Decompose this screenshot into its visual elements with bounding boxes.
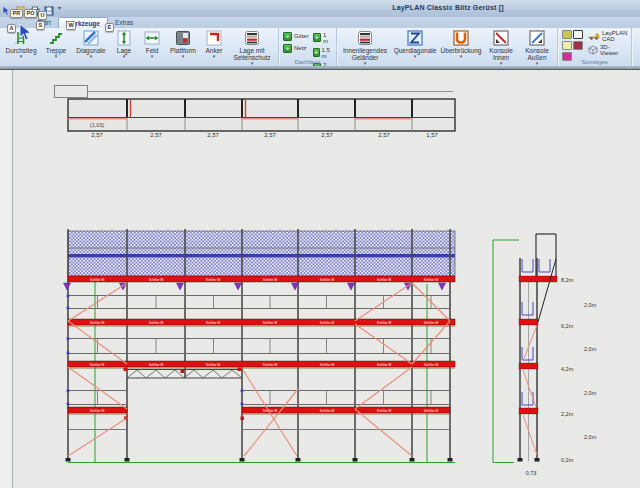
z-brace-icon xyxy=(407,29,423,47)
guardrails-level-3[interactable] xyxy=(69,296,449,309)
dropdown-caret-icon[interactable]: ▾ xyxy=(213,54,216,58)
white-swatch-icon[interactable] xyxy=(573,30,583,39)
deck-level-4[interactable]: SchGer MSchGer M SchGer MSchGer M SchGer… xyxy=(68,276,455,282)
left-margin-strip xyxy=(0,70,12,488)
cube-icon xyxy=(588,45,598,56)
spacing-label: 2,0m xyxy=(584,390,597,396)
dropdown-caret-icon[interactable]: ▾ xyxy=(536,61,539,65)
elevation-view[interactable]: SchGer MSchGer M SchGer MSchGer M SchGer… xyxy=(64,229,456,463)
dropdown-caret-icon[interactable]: ▾ xyxy=(500,61,503,65)
svg-text:SchGer M: SchGer M xyxy=(424,409,439,413)
spacing-label: 2,0m xyxy=(584,434,597,440)
innenliegendes-gelaender-button[interactable]: Innenliegendes Geländer▾ xyxy=(340,29,390,65)
title-bar: ▾ LayPLAN Classic Blitz Gerüst [] xyxy=(0,0,640,18)
svg-text:SchGer M: SchGer M xyxy=(424,363,439,367)
lage-mit-seitenschutz-button[interactable]: Lage mit Seitenschutz▾ xyxy=(229,29,275,65)
deck-level-3[interactable]: SchGer MSchGer M SchGer MSchGer M SchGer… xyxy=(68,319,455,326)
dropdown-caret-icon[interactable]: ▾ xyxy=(90,54,93,58)
svg-text:SchGer M: SchGer M xyxy=(90,409,105,413)
diagonale-button[interactable]: Diagonale▾ xyxy=(73,29,109,58)
scaffold-drawing[interactable]: (1,03) 2,57 2,57 2,57 2,57 2,57 2,57 1,5… xyxy=(0,70,640,488)
svg-text:SchGer M: SchGer M xyxy=(263,278,278,282)
base-plates xyxy=(66,458,453,462)
bridge-icon xyxy=(453,29,469,47)
dropdown-caret-icon[interactable]: ▾ xyxy=(151,54,154,58)
treppe-button[interactable]: Treppe▾ xyxy=(41,29,71,58)
svg-text:SchGer M: SchGer M xyxy=(206,321,221,325)
color-palette xyxy=(562,30,584,61)
svg-text:SchGer M: SchGer M xyxy=(377,278,392,282)
mouse-cursor xyxy=(19,24,33,46)
dropdown-caret-icon[interactable]: ▾ xyxy=(414,54,417,58)
khaki-swatch-icon[interactable] xyxy=(562,30,572,39)
konsole-aussen-button[interactable]: Konsole Außen▾ xyxy=(520,29,554,65)
plus-icon: + xyxy=(283,44,292,53)
level-label: 0,2m xyxy=(561,457,574,463)
diagonal-brace-icon xyxy=(83,29,99,47)
size-1m-checkbox[interactable]: +1 m xyxy=(313,32,332,44)
dim-label: 2,57 xyxy=(150,132,162,138)
gitter-checkbox[interactable]: +Gitter xyxy=(283,32,309,41)
ribbon-tab-row: Start Werkzeuge Extras xyxy=(0,17,640,28)
dropdown-caret-icon[interactable]: ▾ xyxy=(182,54,185,58)
protection-net[interactable] xyxy=(68,231,455,276)
level-label: 2,2m xyxy=(561,411,574,417)
group-label-msg: MSG xyxy=(632,59,640,65)
yellow-swatch-icon[interactable] xyxy=(562,41,572,50)
svg-text:SchGer M: SchGer M xyxy=(90,363,105,367)
konsole-innen-button[interactable]: Konsole Innen▾ xyxy=(484,29,518,65)
plattform-button[interactable]: Plattform▾ xyxy=(167,29,199,58)
base-width-label: 0,73 xyxy=(526,470,537,476)
netz-checkbox[interactable]: +Netz xyxy=(283,44,309,53)
svg-text:SchGer M: SchGer M xyxy=(320,321,335,325)
ribbon-group-tools: Durchstieg▾ Treppe▾ Diagonale▾ Lage▾ Fel… xyxy=(0,28,279,66)
deck-stack-icon xyxy=(244,29,260,47)
guardrails-level-2[interactable] xyxy=(69,339,449,354)
lattice-girder[interactable] xyxy=(124,368,245,421)
cad-icon xyxy=(588,31,600,41)
side-view[interactable]: 8,2m 6,2m 4,2m 2,2m 0,2m 2,0m 2,0m 2,0m … xyxy=(493,234,597,476)
qat-dropdown-icon[interactable]: ▾ xyxy=(58,4,61,11)
dropdown-caret-icon[interactable]: ▾ xyxy=(251,61,254,65)
darkred-swatch-icon[interactable] xyxy=(573,41,583,50)
dim-label: 2,57 xyxy=(321,132,333,138)
layplan-cad-button[interactable]: LayPLAN CAD xyxy=(588,30,627,42)
group-label-sonstiges: Sonstiges xyxy=(558,59,631,65)
svg-text:SchGer M: SchGer M xyxy=(149,363,164,367)
level-label: 6,2m xyxy=(561,323,574,329)
plus-icon: + xyxy=(313,48,320,57)
girder-couplers xyxy=(124,368,245,421)
lage-button[interactable]: Lage▾ xyxy=(111,29,137,58)
svg-text:SchGer M: SchGer M xyxy=(263,321,278,325)
level-label: 8,2m xyxy=(561,277,574,283)
svg-text:SchGer M: SchGer M xyxy=(263,409,278,413)
dropdown-caret-icon[interactable]: ▾ xyxy=(460,54,463,58)
side-decks[interactable] xyxy=(519,276,557,414)
size-15m-checkbox[interactable]: +1.5 m xyxy=(313,47,332,59)
dropdown-caret-icon[interactable]: ▾ xyxy=(20,54,23,58)
deck-level-2[interactable]: SchGer MSchGer M SchGer MSchGer M SchGer… xyxy=(68,361,455,368)
feld-button[interactable]: Feld▾ xyxy=(139,29,165,58)
svg-text:SchGer M: SchGer M xyxy=(377,363,392,367)
platform-icon xyxy=(175,29,191,47)
dropdown-caret-icon[interactable]: ▾ xyxy=(364,61,367,65)
console-outer-icon xyxy=(529,29,545,47)
plan-view[interactable]: (1,03) 2,57 2,57 2,57 2,57 2,57 2,57 1,5… xyxy=(55,86,456,139)
msg-button[interactable]: MSG xyxy=(635,29,640,54)
dropdown-caret-icon[interactable]: ▾ xyxy=(55,54,58,58)
anker-button[interactable]: Anker▾ xyxy=(201,29,227,58)
keytip-a: A xyxy=(7,24,16,33)
svg-text:SchGer M: SchGer M xyxy=(424,278,439,282)
keytip-pr: PR xyxy=(10,9,23,18)
drawing-canvas[interactable]: (1,03) 2,57 2,57 2,57 2,57 2,57 2,57 1,5… xyxy=(0,70,640,488)
ueberbrueckung-button[interactable]: Überbrückung▾ xyxy=(440,29,482,58)
dropdown-caret-icon[interactable]: ▾ xyxy=(123,54,126,58)
guardrails-level-1[interactable] xyxy=(69,391,449,405)
deck-stack-icon xyxy=(357,29,373,47)
querdiagonale-button[interactable]: Querdiagonale▾ xyxy=(392,29,438,58)
dim-label: 1,57 xyxy=(426,132,438,138)
3d-viewer-button[interactable]: 3D-Viewer xyxy=(588,44,627,56)
ribbon-group-sonstiges: LayPLAN CAD 3D-Viewer Sonstiges xyxy=(558,28,632,66)
dim-label: 2,57 xyxy=(378,132,390,138)
plan-offset-label: (1,03) xyxy=(90,122,105,128)
